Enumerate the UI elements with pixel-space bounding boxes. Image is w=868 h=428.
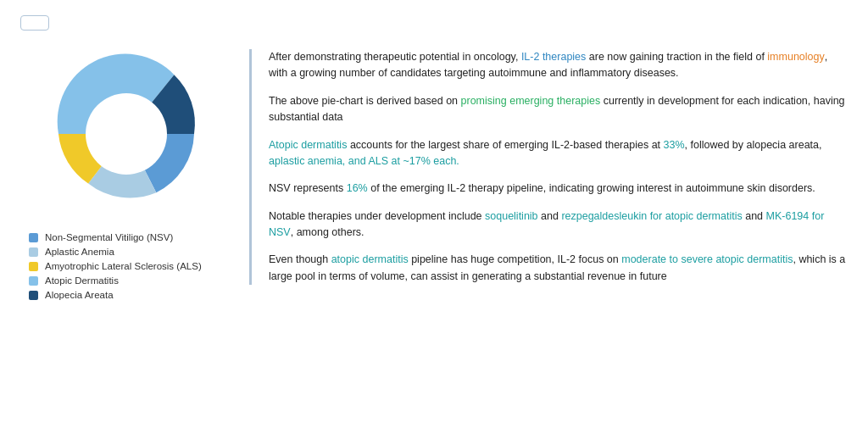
paragraph-p5: Notable therapies under development incl… bbox=[269, 208, 848, 242]
normal-text: pipeline has huge competition, IL-2 focu… bbox=[409, 253, 622, 265]
legend-item: Atopic Dermatitis bbox=[29, 275, 232, 286]
legend-dot bbox=[29, 291, 38, 300]
highlight-teal: moderate to severe atopic dermatitis bbox=[621, 253, 793, 265]
right-panel: After demonstrating therapeutic potentia… bbox=[249, 49, 848, 285]
paragraph-p3: Atopic dermatitis accounts for the large… bbox=[269, 137, 848, 170]
normal-text: The above pie-chart is derived based on bbox=[269, 95, 461, 107]
highlight-teal: 33% bbox=[664, 139, 685, 151]
legend-item: Aplastic Anemia bbox=[29, 247, 232, 257]
legend-dot bbox=[29, 233, 38, 242]
svg-point-0 bbox=[86, 93, 167, 175]
chart-legend: Non-Segmental Vitiligo (NSV) Aplastic An… bbox=[20, 232, 232, 304]
main-content: Non-Segmental Vitiligo (NSV) Aplastic An… bbox=[20, 49, 848, 304]
legend-label: Atopic Dermatitis bbox=[45, 275, 119, 286]
left-panel: Non-Segmental Vitiligo (NSV) Aplastic An… bbox=[20, 49, 232, 304]
legend-label: Alopecia Areata bbox=[45, 290, 114, 300]
donut-chart bbox=[42, 49, 211, 219]
title-bar bbox=[20, 15, 49, 31]
highlight-blue: IL-2 therapies bbox=[521, 51, 586, 63]
normal-text: Notable therapies under development incl… bbox=[269, 210, 485, 222]
legend-dot bbox=[29, 262, 38, 271]
legend-item: Non-Segmental Vitiligo (NSV) bbox=[29, 232, 232, 242]
paragraph-p2: The above pie-chart is derived based on … bbox=[269, 93, 848, 126]
normal-text: , followed by alopecia areata, bbox=[685, 139, 822, 151]
normal-text: and bbox=[538, 210, 562, 222]
legend-label: Non-Segmental Vitiligo (NSV) bbox=[45, 232, 173, 242]
normal-text: NSV represents bbox=[269, 182, 347, 194]
normal-text: Even though bbox=[269, 253, 331, 265]
normal-text: After demonstrating therapeutic potentia… bbox=[269, 51, 521, 63]
legend-label: Amyotrophic Lateral Sclerosis (ALS) bbox=[45, 261, 202, 271]
legend-item: Alopecia Areata bbox=[29, 290, 232, 300]
highlight-teal: soquelitinib bbox=[485, 210, 538, 222]
highlight-teal: aplastic anemia, and ALS at ~17% each. bbox=[269, 155, 459, 167]
highlight-teal: atopic dermatitis bbox=[331, 253, 409, 265]
highlight-green: promising emerging therapies bbox=[461, 95, 601, 107]
normal-text: accounts for the largest share of emergi… bbox=[347, 139, 663, 151]
page-container: Non-Segmental Vitiligo (NSV) Aplastic An… bbox=[0, 0, 868, 428]
normal-text: and bbox=[743, 210, 766, 222]
highlight-teal: 16% bbox=[347, 182, 368, 194]
legend-label: Aplastic Anemia bbox=[45, 247, 114, 257]
highlight-teal: Atopic dermatitis bbox=[269, 139, 347, 151]
normal-text: of the emerging IL-2 therapy pipeline, i… bbox=[368, 182, 815, 194]
paragraph-p6: Even though atopic dermatitis pipeline h… bbox=[269, 252, 848, 285]
highlight-orange: immunology bbox=[767, 51, 824, 63]
paragraph-p4: NSV represents 16% of the emerging IL-2 … bbox=[269, 181, 848, 197]
normal-text: , among others. bbox=[291, 226, 364, 238]
highlight-teal: rezpegaldesleukin for atopic dermatitis bbox=[561, 210, 742, 222]
legend-dot bbox=[29, 247, 38, 257]
normal-text: are now gaining traction in the field of bbox=[586, 51, 767, 63]
legend-item: Amyotrophic Lateral Sclerosis (ALS) bbox=[29, 261, 232, 271]
paragraph-p1: After demonstrating therapeutic potentia… bbox=[269, 49, 848, 82]
legend-dot bbox=[29, 276, 38, 286]
